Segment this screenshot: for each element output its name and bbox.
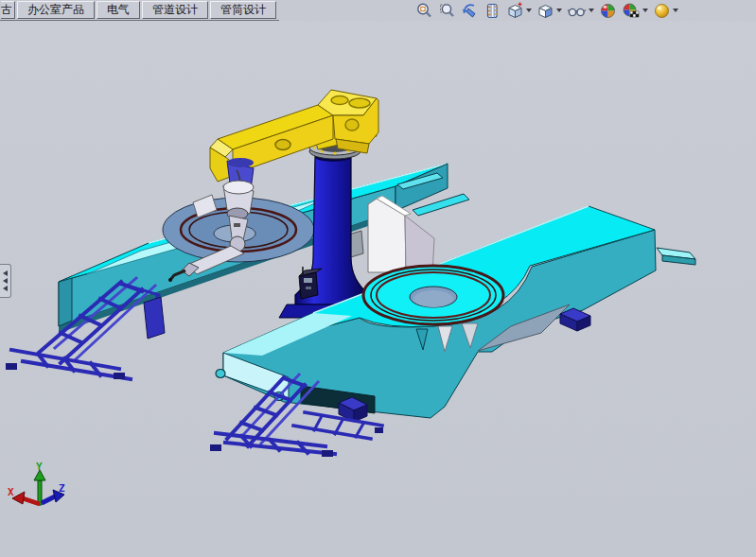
left-beam-bracket[interactable] xyxy=(144,297,165,339)
dropdown-caret[interactable] xyxy=(556,9,562,12)
tab-tubing-design[interactable]: 管筒设计 xyxy=(210,1,276,19)
tab-electrical[interactable]: 电气 xyxy=(97,1,140,19)
axis-z-label: Z xyxy=(59,482,65,495)
collapse-arrow-icon xyxy=(3,286,8,291)
axis-x-label: X xyxy=(8,486,14,498)
display-style-icon[interactable] xyxy=(536,1,563,21)
tab-office-products[interactable]: 办公室产品 xyxy=(17,1,95,19)
axis-y-label: Y xyxy=(36,461,43,473)
view-settings-icon[interactable] xyxy=(652,1,679,21)
library-tab-strip: 古 办公室产品 电气 管道设计 管筒设计 xyxy=(0,0,279,21)
collapse-arrow-icon xyxy=(3,270,8,276)
top-toolbar: 古 办公室产品 电气 管道设计 管筒设计 xyxy=(0,0,756,21)
graphics-viewport[interactable]: X Y Z xyxy=(0,0,756,557)
zoom-to-area-icon[interactable] xyxy=(437,1,457,21)
view-toolbar xyxy=(414,1,679,20)
apply-scene-icon[interactable] xyxy=(621,1,649,21)
panel-collapse-handle[interactable] xyxy=(0,264,11,298)
right-beam-rotary-ring[interactable] xyxy=(363,266,503,324)
section-view-icon[interactable] xyxy=(483,1,502,21)
collapse-arrow-icon xyxy=(3,278,8,284)
tab-partial[interactable]: 古 xyxy=(1,1,15,19)
dropdown-caret[interactable] xyxy=(642,9,648,12)
edit-appearance-icon[interactable] xyxy=(598,1,618,21)
view-orientation-icon[interactable] xyxy=(505,1,533,21)
dropdown-caret[interactable] xyxy=(526,9,532,12)
zoom-to-fit-icon[interactable] xyxy=(414,1,434,21)
solidworks-window: { "toolbar": { "tabs": [ {"label":"古","p… xyxy=(0,0,756,557)
rotate-view-icon[interactable] xyxy=(460,1,480,21)
dropdown-caret[interactable] xyxy=(673,9,678,12)
dropdown-caret[interactable] xyxy=(589,9,594,12)
hide-show-items-icon[interactable] xyxy=(566,1,595,21)
tab-piping-design[interactable]: 管道设计 xyxy=(142,1,208,19)
